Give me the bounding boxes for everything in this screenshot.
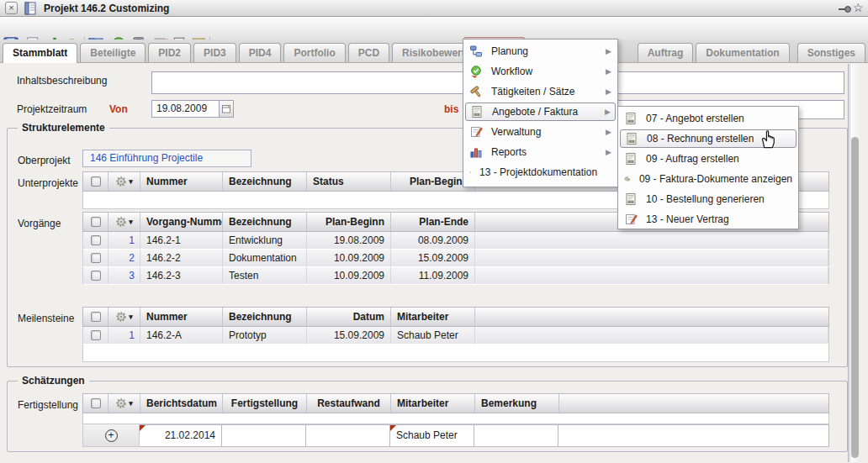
fertigstellung-table: ▾ Berichtsdatum Fertigstellung Restaufwa… [82,393,829,447]
bezeichnung-cell: Testen [223,267,307,284]
row-number-link[interactable]: 2 [108,250,140,266]
column-header: Mitarbeiter [391,394,475,413]
row-number-link[interactable]: 1 [108,327,140,344]
tab-sonstiges[interactable]: Sonstiges [797,43,865,62]
fertigstellung-input[interactable] [222,424,306,447]
chevron-down-icon: ▾ [129,172,133,191]
document-icon [24,2,37,18]
tab-pid4[interactable]: PID4 [239,43,282,62]
menu-item-projektdokumentation[interactable]: 13 - Projektdokumentation▶ [463,162,617,182]
submenu-item-neuer-vertrag[interactable]: 13 - Neuer Vertrag [618,209,798,229]
table-row: 1 146.2-1 Entwicklung 19.08.2009 08.09.2… [82,232,829,250]
unterprojekte-label: Unterprojekte [18,177,78,189]
bezeichnung-cell: Entwicklung [223,232,307,249]
mitarbeiter-input[interactable]: Schaub Peter [390,424,474,447]
application-window: × Projekt 146.2 Customizing ☆ [0,0,868,463]
meilensteine-empty-row [82,345,829,362]
vorgang-nummer-cell: 146.2-2 [140,250,223,266]
row-checkbox[interactable] [91,330,101,340]
column-header: Mitarbeiter [391,308,475,326]
row-actions-header[interactable]: ▾ [108,172,140,191]
modified-marker [390,425,396,431]
select-all-checkbox[interactable] [91,217,101,227]
plan-ende-cell: 11.09.2009 [391,267,475,284]
menu-item-planung[interactable]: Planung▶ [463,41,617,61]
pin-icon[interactable] [838,4,852,16]
chevron-down-icon: ▾ [129,213,133,231]
strukturelemente-legend: Strukturelemente [18,122,109,134]
row-number-link[interactable]: 1 [108,232,140,249]
plan-beginn-cell: 10.09.2009 [307,250,391,266]
submenu-arrow-icon: ▶ [606,87,611,96]
calendar-icon[interactable] [219,100,234,118]
restaufwand-input[interactable] [306,424,390,447]
tab-stammblatt[interactable]: Stammblatt [3,43,77,63]
gear-icon [115,311,127,323]
submenu-item-faktura-dokumente[interactable]: 09 - Faktura-Dokumente anzeigen [618,169,798,189]
von-label: Von [109,103,128,115]
row-checkbox[interactable] [91,271,101,281]
tab-portfolio[interactable]: Portfolio [283,43,345,62]
submenu-arrow-icon: ▶ [606,47,611,55]
bis-label: bis [444,103,458,115]
tab-auftrag[interactable]: Auftrag [638,43,694,62]
submenu-item-angebot-erstellen[interactable]: 07 - Angebot erstellen [618,108,798,129]
select-all-checkbox[interactable] [91,176,101,187]
meilensteine-header-row: ▾ Nummer Bezeichnung Datum Mitarbeiter [82,307,829,327]
submenu-arrow-icon: ▶ [606,128,611,136]
row-checkbox[interactable] [91,235,101,245]
tab-pcd[interactable]: PCD [348,43,389,62]
submenu-arrow-icon: ▶ [605,108,611,116]
reports-icon [469,145,483,159]
von-date-input[interactable]: 19.08.2009 [151,100,220,118]
mouse-cursor-hand-icon [758,129,776,152]
berichtsdatum-input[interactable]: 21.02.2014 [140,424,222,447]
invoice-icon [625,132,638,145]
column-header: Datum [307,308,391,326]
close-icon[interactable]: × [5,2,18,14]
select-all-checkbox[interactable] [91,312,101,322]
column-header: Fertigstellung [223,394,307,413]
menu-item-taetigkeiten[interactable]: Tätigkeiten / Sätze▶ [463,82,617,102]
taetigkeiten-icon [469,85,483,98]
menu-item-workflow[interactable]: Workflow▶ [463,61,617,82]
printer-icon [469,166,471,179]
row-actions-header[interactable]: ▾ [108,394,140,413]
add-row-button[interactable]: + [105,429,118,442]
menu-item-verwaltung[interactable]: Verwaltung▶ [463,122,617,142]
submenu-item-bestellung-generieren[interactable]: 10 - Bestellung generieren [618,189,798,209]
column-header: Bemerkung [475,394,559,413]
submenu-arrow-icon: ▶ [606,148,611,156]
tab-pid2[interactable]: PID2 [148,43,191,62]
column-header: Status [307,172,391,191]
scrollbar-thumb[interactable] [851,137,859,458]
plan-beginn-cell: 19.08.2009 [307,232,391,249]
favorite-star-icon[interactable]: ☆ [853,1,864,14]
column-header: Vorgang-Nummer [140,213,223,231]
row-checkbox[interactable] [91,253,101,263]
modified-marker [140,425,146,431]
vorgaenge-label: Vorgänge [18,218,61,229]
table-row: 2 146.2-2 Dokumentation 10.09.2009 15.09… [82,250,829,267]
fertigstellung-header-row: ▾ Berichtsdatum Fertigstellung Restaufwa… [82,393,829,413]
tab-beteiligte[interactable]: Beteiligte [80,43,146,62]
vorgang-nummer-cell: 146.2-3 [140,267,223,284]
edit-note-icon [624,213,638,226]
menu-item-angebote-faktura[interactable]: Angebote / Faktura▶ [465,103,616,121]
row-number-link[interactable]: 3 [108,267,140,284]
oberprojekt-link[interactable]: 146 Einführung Projectile [82,150,251,167]
vorgang-nummer-cell: 146.2-1 [140,232,223,249]
fertigstellung-label: Fertigstellung [18,399,78,411]
nummer-cell: 146.2-A [140,327,223,344]
row-actions-header[interactable]: ▾ [108,308,140,326]
select-all-checkbox[interactable] [91,398,101,408]
planung-icon [469,45,483,58]
menu-item-reports[interactable]: Reports▶ [463,142,617,162]
tab-dokumentation[interactable]: Dokumentation [696,43,789,62]
workflow-icon [469,65,483,78]
tab-pid3[interactable]: PID3 [193,43,236,62]
oberprojekt-label: Oberprojekt [18,155,71,166]
bemerkung-input[interactable] [474,424,558,447]
row-actions-header[interactable]: ▾ [108,213,140,231]
datum-cell: 15.09.2009 [307,327,391,344]
